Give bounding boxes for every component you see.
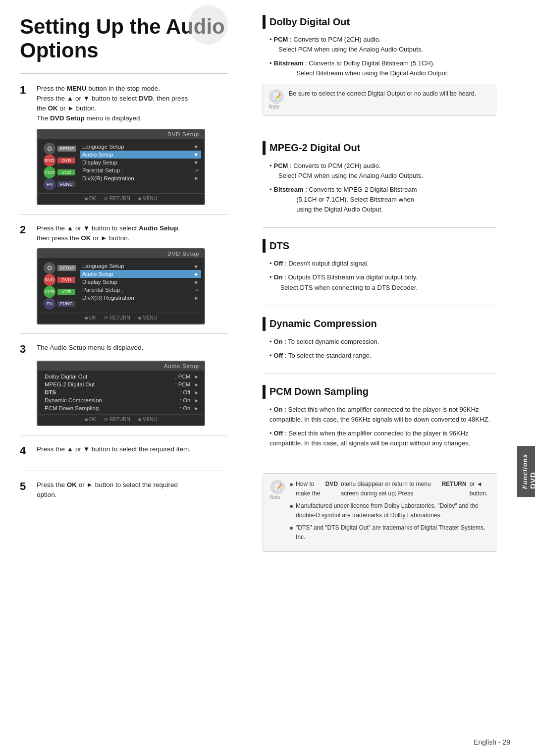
menu-item-return: ↩ bbox=[195, 167, 199, 173]
page-footer: English - 29 bbox=[474, 738, 510, 746]
footer-return: ⟳ RETURN bbox=[104, 196, 130, 201]
vcr-icon-row: VCR VCR bbox=[41, 167, 76, 177]
section-dolby-title: Dolby Digital Out bbox=[263, 15, 496, 29]
audio-item-dolby: Dolby Digital Out : PCM ► bbox=[38, 373, 204, 380]
audio-item-value: : On bbox=[180, 397, 190, 403]
bullet-icon: • bbox=[269, 430, 272, 437]
menu2-item-display: Display Setup ► bbox=[80, 278, 201, 286]
footer-menu-2: ■ MENU bbox=[138, 315, 157, 321]
audio-item-label: DTS bbox=[45, 389, 180, 395]
side-tab-dvd: DVD bbox=[529, 454, 535, 489]
setup-badge: SETUP bbox=[57, 146, 76, 152]
audio-item-arrow: ► bbox=[194, 382, 199, 387]
footer-return-2: ⟳ RETURN bbox=[104, 315, 130, 321]
bullet-icon: • bbox=[269, 186, 272, 193]
dynamic-on-key: On bbox=[274, 338, 283, 345]
step-4-number: 4 bbox=[20, 444, 32, 457]
side-tab-functions: Functions bbox=[521, 454, 529, 489]
mpeg2-bitstream-key: Bitstream bbox=[274, 186, 304, 193]
step-2: 2 Press the ▲ or ▼ button to select Audi… bbox=[20, 223, 228, 334]
step-3: 3 The Audio Setup menu is displayed. Aud… bbox=[20, 343, 228, 435]
menu-item-label: DivX(R) Registration bbox=[82, 175, 134, 181]
title-decoration bbox=[188, 5, 228, 45]
footer-ok: ■ OK bbox=[85, 196, 96, 201]
step-4: 4 Press the ▲ or ▼ button to select the … bbox=[20, 444, 228, 471]
bottom-note-item-1: How to make the DVD menu disappear or re… bbox=[290, 480, 489, 498]
menu-item-label: Audio Setup bbox=[82, 152, 113, 158]
pcm-off-key: Off bbox=[274, 430, 283, 437]
bullet-icon: • bbox=[269, 406, 272, 413]
dynamic-off-item: •Off : To select the standard range. bbox=[269, 351, 496, 361]
left-column: Setting Up the Audio Options 1 Press the… bbox=[0, 0, 243, 537]
dvd-setup-menu-1: DVD Setup ⚙ SETUP DVD DVD VCR VCR bbox=[37, 129, 205, 205]
dvd-setup-menu-2: DVD Setup ⚙ SETUP DVD DVD VCR VCR bbox=[37, 248, 205, 324]
menu-item-label: Parental Setup : bbox=[82, 167, 123, 173]
menu-item-audio: Audio Setup ► bbox=[80, 151, 201, 159]
audio-item-pcm: PCM Down Sampling : On ► bbox=[38, 404, 204, 412]
dvd-menu-1-icons: ⚙ SETUP DVD DVD VCR VCR FN FUNC bbox=[41, 143, 76, 189]
section-dts-content: •Off : Doesn't output digital signal. •O… bbox=[263, 259, 496, 292]
step-3-number: 3 bbox=[20, 343, 32, 356]
section-dynamic-title: Dynamic Compression bbox=[263, 317, 496, 331]
audio-item-value: : On bbox=[180, 405, 190, 411]
section-mpeg2: MPEG-2 Digital Out •PCM : Converts to PC… bbox=[263, 141, 496, 228]
section-dolby: Dolby Digital Out •PCM : Converts to PCM… bbox=[263, 15, 496, 130]
dvd-icon: DVD bbox=[44, 155, 55, 166]
audio-item-label: Dolby Digital Out bbox=[45, 374, 175, 379]
dynamic-on-item: •On : To select dynamic compression. bbox=[269, 337, 496, 347]
menu-item-return: ↩ bbox=[195, 287, 199, 293]
bottom-note-items: How to make the DVD menu disappear or re… bbox=[290, 480, 489, 545]
audio-footer-return: ⟳ RETURN bbox=[104, 417, 130, 422]
audio-item-label: MPEG-2 Digital Out bbox=[45, 381, 175, 387]
step-1-text: Press the MENU button in the stop mode. … bbox=[37, 84, 188, 124]
right-column: Dolby Digital Out •PCM : Converts to PCM… bbox=[253, 0, 516, 567]
audio-item-label: PCM Down Sampling bbox=[45, 405, 180, 411]
section-bar-2 bbox=[263, 141, 266, 155]
step-5-number: 5 bbox=[20, 480, 32, 493]
footer-menu: ■ MENU bbox=[138, 196, 157, 201]
dts-off-item: •Off : Doesn't output digital signal. bbox=[269, 259, 496, 269]
note-label: Note bbox=[269, 104, 284, 109]
setup-icon-row-2: ⚙ SETUP bbox=[41, 263, 76, 273]
dvd-menu-2-items: Language Setup ► Audio Setup ► Display S… bbox=[80, 262, 201, 309]
vcr-icon-row-2: VCR VCR bbox=[41, 287, 76, 297]
section-bar-3 bbox=[263, 239, 266, 253]
audio-item-arrow: ► bbox=[194, 398, 199, 403]
audio-item-label: Dynamic Compression bbox=[45, 397, 180, 403]
dvd-menu-2-icons: ⚙ SETUP DVD DVD VCR VCR FN FUNC bbox=[41, 262, 76, 309]
bullet-icon: • bbox=[269, 260, 272, 267]
section-dolby-heading: Dolby Digital Out bbox=[269, 16, 350, 28]
bullet-icon: • bbox=[269, 36, 272, 43]
func-icon-row-2: FN FUNC bbox=[41, 299, 76, 309]
menu-item-parental: Parental Setup : ↩ bbox=[80, 166, 201, 174]
bullet-icon: • bbox=[269, 352, 272, 359]
section-dynamic-content: •On : To select dynamic compression. •Of… bbox=[263, 337, 496, 361]
section-dts: DTS •Off : Doesn't output digital signal… bbox=[263, 239, 496, 306]
audio-item-arrow: ► bbox=[194, 406, 199, 411]
mpeg2-bitstream-item: •Bitstream : Converts to MPEG-2 Digital … bbox=[269, 185, 496, 215]
section-pcm-content: •On : Select this when the amplifier con… bbox=[263, 405, 496, 449]
bottom-note-item-3: "DTS" and "DTS Digital Out" are trademar… bbox=[290, 523, 489, 542]
dvd-icon-row: DVD DVD bbox=[41, 156, 76, 165]
page-number: English - 29 bbox=[474, 738, 510, 746]
menu-item-arrow: ► bbox=[194, 175, 199, 181]
section-mpeg2-content: •PCM : Converts to PCM (2CH) audio. Sele… bbox=[263, 161, 496, 215]
menu-item-arrow: ► bbox=[194, 160, 199, 165]
audio-item-value: : PCM bbox=[175, 381, 191, 387]
gear-icon-2: ⚙ bbox=[44, 262, 55, 274]
menu2-item-parental: Parental Setup : ↩ bbox=[80, 286, 201, 294]
step-4-text: Press the ▲ or ▼ button to select the re… bbox=[37, 444, 191, 454]
func-icon-2: FN bbox=[44, 298, 55, 310]
dvd-badge: DVD bbox=[57, 158, 75, 163]
vcr-badge: VCR bbox=[57, 169, 75, 175]
note-icon: 📝 bbox=[269, 89, 284, 104]
menu-item-arrow: ► bbox=[194, 152, 199, 157]
vcr-icon-2: VCR bbox=[44, 286, 55, 298]
audio-setup-menu: Audio Setup Dolby Digital Out : PCM ► MP… bbox=[37, 361, 205, 426]
section-mpeg2-title: MPEG-2 Digital Out bbox=[263, 141, 496, 155]
pcm-on-item: •On : Select this when the amplifier con… bbox=[269, 405, 496, 425]
dolby-pcm-key: PCM bbox=[274, 36, 288, 43]
audio-item-value: : Off bbox=[180, 389, 191, 395]
dvd-icon-row-2: DVD DVD bbox=[41, 275, 76, 285]
section-bar bbox=[263, 15, 266, 29]
